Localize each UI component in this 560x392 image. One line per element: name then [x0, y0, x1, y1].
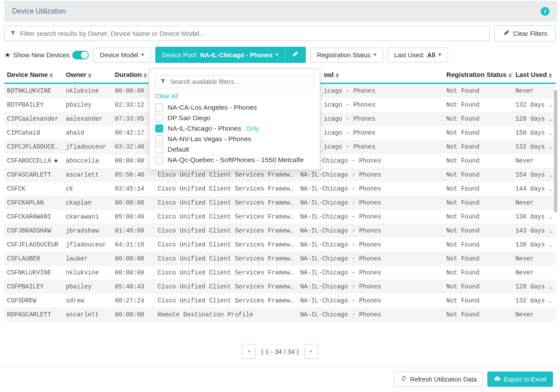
checkbox[interactable]: [155, 114, 163, 122]
registration-status-filter-button[interactable]: Registration Status: [310, 48, 383, 62]
dropdown-search-input[interactable]: [170, 78, 309, 85]
page-title: Device Utilization: [12, 7, 66, 15]
device-pool-value: NA-IL-Chicago - Phones: [200, 52, 273, 59]
dropdown-item[interactable]: NA-CA-Los Angeles - Phones: [155, 102, 316, 113]
cell-registration_status: Not Found: [444, 83, 513, 98]
cell-device_model: Cisco Unified Client Services Framework: [155, 294, 298, 308]
table-row[interactable]: CSFCKAPLANckaplan00:00:00Cisco Unified C…: [4, 196, 556, 210]
device-model-filter-button[interactable]: Device Model: [93, 48, 151, 62]
table-row[interactable]: CSFCKARAWANIckarawani05:00:40Cisco Unifi…: [4, 210, 556, 224]
next-page-button[interactable]: [304, 344, 318, 359]
prev-page-button[interactable]: [242, 344, 256, 359]
cell-device_pool: NA-IL-Chicago - Phones: [298, 266, 444, 280]
table-row[interactable]: CSFJFLADOUCEURjfladouceur04:31:19Cisco U…: [4, 238, 556, 252]
cell-registration_status: Not Found: [444, 210, 513, 224]
cell-device_pool: NA-IL-Chicago - Phones: [298, 294, 444, 308]
table-row[interactable]: RDPASCARLETTascarlett00:00:00Remote Dest…: [4, 308, 556, 322]
cell-device_name: CIPCJFLADOUCEUR: [4, 140, 63, 154]
cell-device_name: BOTNKLUKVINE: [4, 83, 63, 98]
table-row[interactable]: CSFCKck03:45:14Cisco Unified Client Serv…: [4, 182, 556, 196]
dropdown-item[interactable]: NA-NV-Las Vegas - Phones: [155, 134, 316, 144]
cell-device_model: Cisco Unified Client Services Framework: [155, 224, 298, 238]
refresh-data-button[interactable]: Refresh Utilization Data: [394, 371, 483, 387]
sort-arrows-icon[interactable]: [336, 73, 339, 78]
toggle-switch[interactable]: [72, 51, 89, 59]
dropdown-item[interactable]: NA-Qc-Quebec - SoftPhones - 1550 Metcalf…: [155, 155, 316, 165]
chevron-right-icon: [308, 349, 314, 354]
last-used-filter-button[interactable]: Last Used: All: [388, 48, 448, 62]
dropdown-search-wrap[interactable]: [155, 75, 314, 88]
dropdown-item-label: DP San Diego: [168, 114, 210, 122]
cell-owner: sdrew: [63, 294, 112, 308]
checkbox[interactable]: [155, 156, 163, 164]
checkbox[interactable]: [155, 135, 163, 143]
cell-device_name: CSFABOCCELLA ★: [4, 154, 63, 168]
device-pool-clear-button[interactable]: [285, 47, 306, 63]
table-row[interactable]: CSFPBAILEYpbailey05:48:43Cisco Unified C…: [4, 280, 556, 294]
cell-duration: 00:00:00: [112, 266, 155, 280]
star-icon: ★: [4, 51, 10, 59]
table-row[interactable]: CSFSDREWsdrew08:27:24Cisco Unified Clien…: [4, 294, 556, 308]
cell-device_name: CIPCaalexander: [4, 112, 63, 126]
device-pool-dropdown[interactable]: Clear All NA-CA-Los Angeles - PhonesDP S…: [149, 69, 320, 170]
search-row: Clear Filters: [0, 22, 560, 45]
dropdown-item[interactable]: Default: [155, 144, 316, 155]
chevron-down-icon: [373, 54, 377, 56]
clear-all-link[interactable]: Clear All: [155, 93, 320, 100]
export-excel-button[interactable]: Export to Excel: [487, 371, 553, 387]
cell-device_name: CSFCK: [4, 182, 63, 196]
checkbox[interactable]: [155, 104, 163, 111]
cell-duration: 03:45:14: [112, 182, 155, 196]
footer: Refresh Utilization Data Export to Excel: [0, 366, 560, 392]
cell-registration_status: Not Found: [444, 154, 513, 168]
table-row[interactable]: CSFLAUBERlauber00:00:00Cisco Unified Cli…: [4, 252, 556, 266]
clear-filters-button[interactable]: Clear Filters: [494, 25, 556, 42]
cell-device_name: CSFJFLADOUCEUR: [4, 238, 63, 252]
dropdown-item[interactable]: DP San Diego: [155, 113, 316, 123]
dropdown-items[interactable]: NA-CA-Los Angeles - PhonesDP San DiegoNA…: [155, 102, 320, 165]
cell-duration: 00:00:00: [112, 308, 155, 322]
checkbox[interactable]: [155, 125, 163, 132]
sort-arrows-icon[interactable]: [549, 73, 552, 78]
column-header-device_name[interactable]: Device Name: [4, 66, 63, 83]
cell-device_pool: NA-IL-Chicago - Phones: [298, 168, 444, 182]
cell-device_model: Cisco Unified Client Services Framework: [155, 280, 298, 294]
cell-last_used: 150 days a…: [513, 126, 556, 140]
cell-owner: aboccella: [63, 154, 112, 168]
sort-arrows-icon[interactable]: [508, 73, 512, 78]
search-input[interactable]: [20, 30, 484, 37]
column-header-owner[interactable]: Owner: [63, 66, 112, 83]
device-pool-filter-button[interactable]: Device Pool: NA-IL-Chicago - Phones: [155, 47, 285, 63]
sort-arrows-icon[interactable]: [144, 73, 147, 78]
cell-last_used: Never: [513, 308, 556, 322]
checkbox[interactable]: [155, 146, 163, 153]
cell-registration_status: Not Found: [444, 266, 513, 280]
cell-duration: 04:31:19: [112, 238, 155, 252]
cell-duration: 00:00:00: [112, 196, 155, 210]
cell-device_name: BOTPBAILEY: [4, 98, 63, 112]
cell-owner: ascarlett: [63, 168, 112, 182]
only-link[interactable]: Only: [246, 125, 259, 132]
dropdown-item-label: NA-Qc-Quebec - SoftPhones - 1550 Metcalf…: [168, 156, 304, 164]
sort-arrows-icon[interactable]: [49, 73, 53, 78]
cell-duration: 05:56:46: [112, 168, 155, 182]
column-label: Owner: [66, 71, 86, 78]
cell-last_used: 154 days a…: [513, 168, 556, 182]
column-header-registration_status[interactable]: Registration Status: [444, 66, 513, 83]
cell-device_pool: NA-IL-Chicago - Phones: [298, 182, 444, 196]
table-row[interactable]: CSFNKLUKVINEnklukvine00:00:00Cisco Unifi…: [4, 266, 556, 280]
sort-arrows-icon[interactable]: [88, 73, 91, 78]
scrollbar-thumb[interactable]: [554, 90, 557, 212]
info-icon[interactable]: i: [541, 7, 550, 16]
cell-last_used: 144 days a…: [513, 182, 556, 196]
chevron-down-icon: [275, 54, 279, 56]
table-row[interactable]: CSFJBRADSHAWjbradshaw01:49:08Cisco Unifi…: [4, 224, 556, 238]
column-header-last_used[interactable]: Last Used: [513, 66, 556, 83]
cell-device_name: CSFSDREW: [4, 294, 63, 308]
search-input-wrap[interactable]: [4, 26, 490, 41]
show-new-devices-toggle[interactable]: ★ Show New Devices: [4, 51, 89, 59]
dropdown-item[interactable]: NA-IL-Chicago - PhonesOnly: [155, 123, 316, 134]
filter-row: ★ Show New Devices Device Model Device P…: [0, 45, 560, 66]
cell-last_used: Never: [513, 266, 556, 280]
cell-duration: 05:48:43: [112, 280, 155, 294]
